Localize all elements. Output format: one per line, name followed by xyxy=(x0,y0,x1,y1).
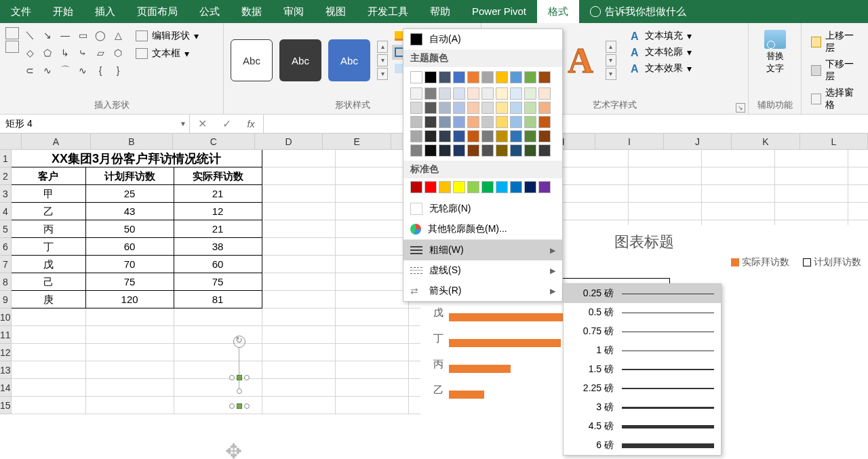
outline-dashes-option[interactable]: 虚线(S) ▶ xyxy=(403,260,562,281)
color-swatch[interactable] xyxy=(538,144,551,157)
row-header[interactable]: 5 xyxy=(0,220,12,238)
weight-option[interactable]: 0.75 磅 xyxy=(564,322,721,341)
shape-gallery[interactable]: ＼↘—▭◯△ ◇⬠↳⤷▱⬡ ⊂∿⌒∿{} xyxy=(20,26,129,95)
color-swatch[interactable] xyxy=(538,87,551,100)
cell[interactable]: 50 xyxy=(86,220,174,238)
cell[interactable] xyxy=(629,167,702,185)
color-swatch[interactable] xyxy=(496,116,508,128)
cell[interactable] xyxy=(848,203,868,220)
color-swatch[interactable] xyxy=(481,116,494,128)
textbox-icon[interactable] xyxy=(5,27,19,39)
row-header[interactable]: 6 xyxy=(0,238,12,256)
col-header[interactable]: J xyxy=(664,134,732,149)
confirm-icon[interactable]: ✓ xyxy=(214,117,239,130)
cell[interactable] xyxy=(336,203,409,220)
cell[interactable] xyxy=(848,185,868,203)
name-box[interactable]: 矩形 4▼ xyxy=(0,115,190,133)
cell[interactable]: 75 xyxy=(174,273,262,291)
cell[interactable]: 甲 xyxy=(12,185,86,203)
col-header[interactable]: B xyxy=(91,134,173,149)
color-swatch[interactable] xyxy=(510,87,522,100)
cell[interactable] xyxy=(336,291,409,308)
color-swatch[interactable] xyxy=(439,71,451,83)
color-swatch[interactable] xyxy=(453,144,465,157)
col-header[interactable]: C xyxy=(173,134,255,149)
cell[interactable] xyxy=(336,361,409,379)
color-swatch[interactable] xyxy=(538,71,551,83)
row-header[interactable]: 2 xyxy=(0,167,12,185)
cell[interactable] xyxy=(775,185,848,203)
selection-pane-button[interactable]: 选择窗格 xyxy=(808,85,861,113)
text-fill-button[interactable]: A文本填充 ▾ xyxy=(626,28,697,43)
color-swatch[interactable] xyxy=(425,144,437,157)
cell[interactable] xyxy=(174,361,262,379)
cell[interactable] xyxy=(262,291,336,308)
weight-option[interactable]: 2.25 磅 xyxy=(564,379,721,398)
color-swatch[interactable] xyxy=(425,87,437,100)
cell[interactable] xyxy=(629,185,702,203)
color-swatch[interactable] xyxy=(425,102,437,114)
color-swatch[interactable] xyxy=(524,116,536,128)
cell[interactable] xyxy=(775,203,848,220)
cell[interactable]: 25 xyxy=(86,185,174,203)
style-preset-2[interactable]: Abc xyxy=(279,39,321,81)
cell[interactable] xyxy=(336,308,409,326)
tab-页面布局[interactable]: 页面布局 xyxy=(126,0,189,23)
cell[interactable]: 庚 xyxy=(12,291,86,308)
color-swatch[interactable] xyxy=(510,116,522,128)
shape-style-gallery[interactable]: Abc Abc Abc ▴▾▾ xyxy=(228,26,391,95)
row-header[interactable]: 10 xyxy=(0,308,12,326)
cell[interactable]: 计划拜访数 xyxy=(86,167,174,185)
color-swatch[interactable] xyxy=(425,181,437,193)
color-swatch[interactable] xyxy=(425,71,437,83)
cell[interactable] xyxy=(12,326,86,344)
cell[interactable] xyxy=(775,167,848,185)
row-header[interactable]: 3 xyxy=(0,185,12,203)
row-header[interactable]: 7 xyxy=(0,256,12,273)
color-swatch[interactable] xyxy=(467,102,479,114)
cell[interactable] xyxy=(86,344,174,361)
color-swatch[interactable] xyxy=(453,87,465,100)
color-swatch[interactable] xyxy=(410,87,422,100)
color-swatch[interactable] xyxy=(538,181,551,193)
cell[interactable] xyxy=(336,273,409,291)
cell[interactable]: 120 xyxy=(86,291,174,308)
style-preset-3[interactable]: Abc xyxy=(328,39,370,81)
col-header[interactable]: K xyxy=(732,134,800,149)
color-swatch[interactable] xyxy=(481,87,494,100)
cell[interactable] xyxy=(262,344,336,361)
cell[interactable]: 75 xyxy=(86,273,174,291)
cell[interactable]: 客户 xyxy=(12,167,86,185)
cell[interactable] xyxy=(702,185,775,203)
cell[interactable] xyxy=(86,361,174,379)
cell[interactable] xyxy=(336,167,409,185)
outline-weight-option[interactable]: 粗细(W) ▶ xyxy=(403,240,562,260)
color-swatch[interactable] xyxy=(496,144,508,157)
formula-input[interactable] xyxy=(264,115,868,133)
cell[interactable]: 60 xyxy=(174,256,262,273)
color-swatch[interactable] xyxy=(524,102,536,114)
cell[interactable]: 38 xyxy=(174,238,262,256)
cell[interactable] xyxy=(702,203,775,220)
gallery-more-icon[interactable]: ▾ xyxy=(377,68,388,80)
fx-icon[interactable]: fx xyxy=(239,119,263,129)
outline-arrows-option[interactable]: ⇄箭头(R) ▶ xyxy=(403,281,562,301)
row-header[interactable]: 1 xyxy=(0,150,12,167)
cell[interactable]: 70 xyxy=(86,256,174,273)
color-swatch[interactable] xyxy=(410,144,422,157)
color-swatch[interactable] xyxy=(524,87,536,100)
tell-me-button[interactable]: 告诉我你想做什么 xyxy=(579,0,697,23)
color-swatch[interactable] xyxy=(467,71,479,83)
alt-text-button[interactable]: 替换 文字 xyxy=(760,26,790,95)
color-swatch[interactable] xyxy=(410,71,422,83)
cell[interactable] xyxy=(336,379,409,397)
cell[interactable] xyxy=(702,167,775,185)
chevron-down-icon[interactable]: ▼ xyxy=(180,120,186,127)
style-preset-1[interactable]: Abc xyxy=(231,39,273,81)
cell[interactable] xyxy=(174,326,262,344)
color-swatch[interactable] xyxy=(481,102,494,114)
cell[interactable] xyxy=(336,326,409,344)
bring-forward-button[interactable]: 上移一层 xyxy=(808,28,861,56)
cell[interactable] xyxy=(629,203,702,220)
tab-Power Pivot[interactable]: Power Pivot xyxy=(461,0,537,23)
